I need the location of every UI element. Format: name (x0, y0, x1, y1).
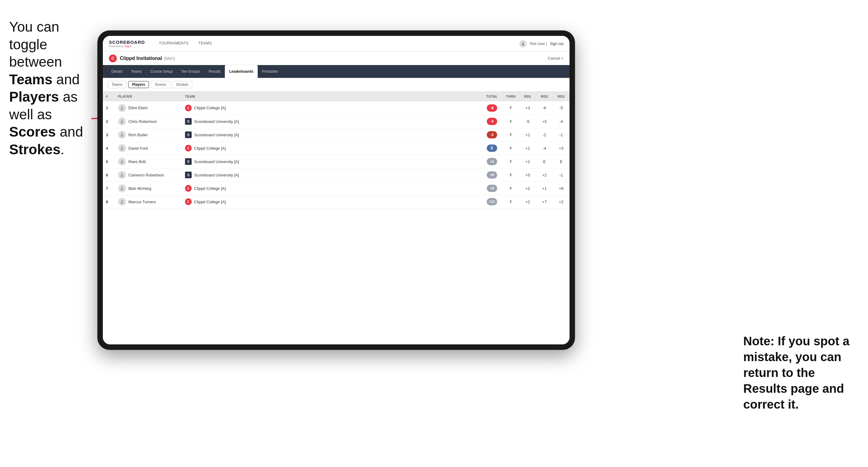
tab-results[interactable]: Results (204, 65, 225, 78)
tournament-gender: (Men) (164, 56, 175, 61)
tab-tee-groups[interactable]: Tee Groups (177, 65, 204, 78)
toggle-strokes[interactable]: Strokes (172, 81, 192, 88)
svg-point-5 (121, 146, 123, 148)
score-badge: -2 (487, 131, 497, 138)
player-total: -4 (481, 115, 503, 128)
team-name: Clippd College [A] (194, 199, 226, 204)
player-avatar (118, 171, 126, 179)
player-name: Chris Robertson (128, 119, 157, 124)
tab-course-setup[interactable]: Course Setup (146, 65, 177, 78)
tournament-logo: C (109, 55, 117, 62)
strokes-bold: Strokes (9, 142, 61, 157)
player-avatar (118, 131, 126, 139)
player-thru: F (503, 182, 519, 195)
player-team-cell: S Scoreboard University [A] (182, 155, 481, 168)
cancel-button[interactable]: Cancel × (548, 56, 563, 61)
table-row: 2 Chris Robertson S Scoreboard Universit… (103, 115, 569, 128)
tournament-header: C Clippd Invitational (Men) Cancel × (103, 52, 569, 65)
player-name-cell: Rich Butler (115, 128, 182, 142)
player-team-cell: C Clippd College [A] (182, 142, 481, 155)
table-row: 3 Rich Butler S Scoreboard University [A… (103, 128, 569, 142)
player-avatar (118, 144, 126, 152)
player-rd2: +2 (536, 168, 553, 182)
col-rank: # (103, 92, 115, 101)
team-logo: S (185, 172, 192, 178)
tab-leaderboards[interactable]: Leaderboards (225, 65, 257, 78)
team-logo: C (185, 105, 192, 111)
table-row: 4 David Ford C Clippd College [A] EF+1-4… (103, 142, 569, 155)
tab-details[interactable]: Details (107, 65, 127, 78)
player-thru: F (503, 115, 519, 128)
player-team-cell: S Scoreboard University [A] (182, 115, 481, 128)
player-name: Marcus Turners (128, 199, 156, 204)
nav-teams[interactable]: TEAMS (193, 36, 217, 52)
player-name-cell: Chris Robertson (115, 115, 182, 128)
nav-links: TOURNAMENTS TEAMS (154, 36, 519, 52)
toggle-teams[interactable]: Teams (108, 81, 126, 88)
player-name-cell: David Ford (115, 142, 182, 155)
user-icon (519, 40, 527, 48)
logo-area: SCOREBOARD Powered by clippd (109, 39, 145, 48)
tab-printables[interactable]: Printables (258, 65, 282, 78)
toggle-players[interactable]: Players (128, 81, 149, 88)
player-name: Rees Britt (128, 159, 146, 164)
top-nav: SCOREBOARD Powered by clippd TOURNAMENTS… (103, 36, 569, 52)
col-rd2: RD2 (536, 92, 553, 101)
logo-subtitle: Powered by clippd (109, 45, 145, 48)
user-label: Test User | (530, 42, 547, 46)
sign-out-link[interactable]: Sign out (550, 42, 563, 46)
player-rank: 5 (103, 155, 115, 168)
col-rd3: RD3 (553, 92, 569, 101)
score-badge: +8 (487, 185, 497, 192)
player-avatar (118, 198, 126, 206)
score-badge: +11 (487, 198, 497, 205)
player-team-cell: S Scoreboard University [A] (182, 128, 481, 142)
player-rank: 4 (103, 142, 115, 155)
player-thru: F (503, 101, 519, 115)
player-rank: 6 (103, 168, 115, 182)
player-avatar (118, 104, 126, 112)
players-table: # PLAYER TEAM TOTAL THRU RD1 RD2 RD3 1 E… (103, 92, 569, 209)
player-rd3: -4 (553, 115, 569, 128)
score-badge: -8 (487, 104, 497, 112)
team-name: Clippd College [A] (194, 186, 226, 191)
player-rd1: +5 (519, 168, 536, 182)
player-avatar (118, 184, 126, 192)
player-rank: 7 (103, 182, 115, 195)
player-name-cell: Cameron Robertson (115, 168, 182, 182)
toggle-bar: Teams Players Scores Strokes (103, 78, 569, 92)
team-name: Scoreboard University [A] (194, 119, 239, 124)
player-rd3: E (553, 155, 569, 168)
player-total: -8 (481, 101, 503, 115)
nav-tournaments[interactable]: TOURNAMENTS (154, 36, 193, 52)
player-rd1: +1 (519, 128, 536, 142)
team-name: Scoreboard University [A] (194, 133, 239, 137)
svg-point-2 (121, 106, 123, 108)
player-rd2: +1 (536, 182, 553, 195)
tournament-name: Clippd Invitational (120, 56, 162, 61)
player-rd2: -4 (536, 142, 553, 155)
toggle-scores[interactable]: Scores (151, 81, 170, 88)
table-row: 5 Rees Britt S Scoreboard University [A]… (103, 155, 569, 168)
tab-teams[interactable]: Teams (127, 65, 146, 78)
svg-point-7 (121, 173, 123, 175)
player-total: +1 (481, 155, 503, 168)
player-rank: 8 (103, 195, 115, 209)
col-team: TEAM (182, 92, 481, 101)
svg-point-3 (121, 120, 123, 121)
player-name-cell: Elliot Ebert (115, 101, 182, 115)
col-rd1: RD1 (519, 92, 536, 101)
team-name: Scoreboard University [A] (194, 173, 239, 177)
leaderboard-table: # PLAYER TEAM TOTAL THRU RD1 RD2 RD3 1 E… (103, 92, 569, 344)
player-name-cell: Blair McHarg (115, 182, 182, 195)
player-thru: F (503, 195, 519, 209)
col-thru: THRU (503, 92, 519, 101)
team-logo: S (185, 158, 192, 165)
player-total: +8 (481, 182, 503, 195)
left-annotation: You can toggle between Teams and Players… (9, 18, 94, 158)
score-badge: +1 (487, 158, 497, 165)
player-total: -2 (481, 128, 503, 142)
player-name: David Ford (128, 146, 148, 151)
team-logo: S (185, 118, 192, 125)
teams-bold: Teams (9, 71, 52, 87)
